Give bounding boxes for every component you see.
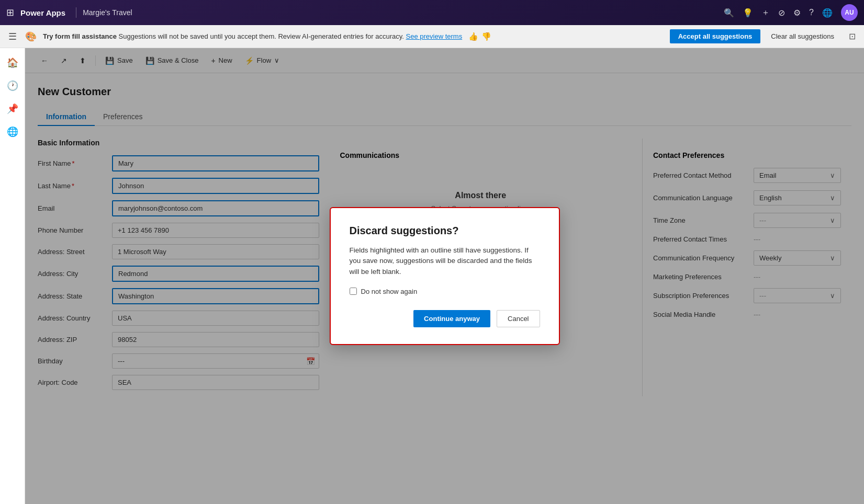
help-icon[interactable]: ?: [809, 8, 814, 17]
sidebar-home-icon[interactable]: 🏠: [2, 52, 23, 73]
record-name: Margie's Travel: [83, 8, 132, 17]
filter-icon[interactable]: ⊘: [778, 8, 785, 18]
search-icon[interactable]: 🔍: [724, 8, 734, 18]
app-name: Power Apps: [20, 8, 65, 17]
preview-terms-link[interactable]: See preview terms: [406, 32, 462, 40]
feedback-icons: 👍 👎: [468, 32, 491, 41]
continue-anyway-button[interactable]: Continue anyway: [413, 310, 490, 327]
lightbulb-icon[interactable]: 💡: [743, 8, 753, 18]
accept-all-suggestions-button[interactable]: Accept all suggestions: [670, 29, 761, 43]
top-nav-bar: ⊞ Power Apps Margie's Travel 🔍 💡 ＋ ⊘ ⚙ ?…: [0, 0, 864, 25]
do-not-show-label[interactable]: Do not show again: [361, 288, 418, 295]
grid-icon[interactable]: ⊞: [6, 7, 14, 18]
sidebar-pin-icon[interactable]: 📌: [2, 98, 23, 119]
cancel-button[interactable]: Cancel: [497, 310, 540, 327]
avatar[interactable]: AU: [841, 4, 858, 21]
thumbup-icon[interactable]: 👍: [468, 32, 478, 41]
add-icon[interactable]: ＋: [761, 7, 770, 18]
do-not-show-checkbox[interactable]: [350, 288, 357, 295]
dialog-title: Discard suggestions?: [350, 225, 540, 237]
dialog-body: Fields highlighted with an outline still…: [350, 245, 540, 277]
sidebar-recent-icon[interactable]: 🕐: [2, 75, 23, 96]
dialog-overlay: Discard suggestions? Fields highlighted …: [25, 48, 864, 504]
sidebar-active-icon[interactable]: 🌐: [2, 121, 23, 142]
sparkle-icon: 🎨: [25, 31, 37, 42]
hamburger-icon[interactable]: ☰: [8, 31, 17, 42]
clear-all-suggestions-button[interactable]: Clear all suggestions: [765, 29, 840, 43]
dialog-checkbox-row: Do not show again: [350, 288, 540, 295]
banner-main-text: Try form fill assistance Suggestions wil…: [43, 32, 462, 40]
content-area: ← ↗ ⬆ 💾 Save 💾 Save & Close + New ⚡: [25, 48, 864, 504]
left-sidebar: 🏠 🕐 📌 🌐: [0, 48, 25, 504]
nav-divider: [76, 7, 76, 18]
main-layout: 🏠 🕐 📌 🌐 ← ↗ ⬆ 💾 Save 💾 Save & Close: [0, 48, 864, 504]
nav-icons-group: 🔍 💡 ＋ ⊘ ⚙ ? 🌐 AU: [724, 4, 858, 21]
collapse-icon[interactable]: ⊡: [849, 31, 856, 41]
settings-icon[interactable]: ⚙: [793, 8, 801, 18]
dialog-actions: Continue anyway Cancel: [350, 310, 540, 327]
banner-actions: Accept all suggestions Clear all suggest…: [670, 29, 840, 43]
discard-suggestions-dialog: Discard suggestions? Fields highlighted …: [330, 207, 560, 345]
thumbdown-icon[interactable]: 👎: [481, 32, 491, 41]
ai-banner: ☰ 🎨 Try form fill assistance Suggestions…: [0, 25, 864, 48]
globe-icon[interactable]: 🌐: [822, 8, 833, 18]
